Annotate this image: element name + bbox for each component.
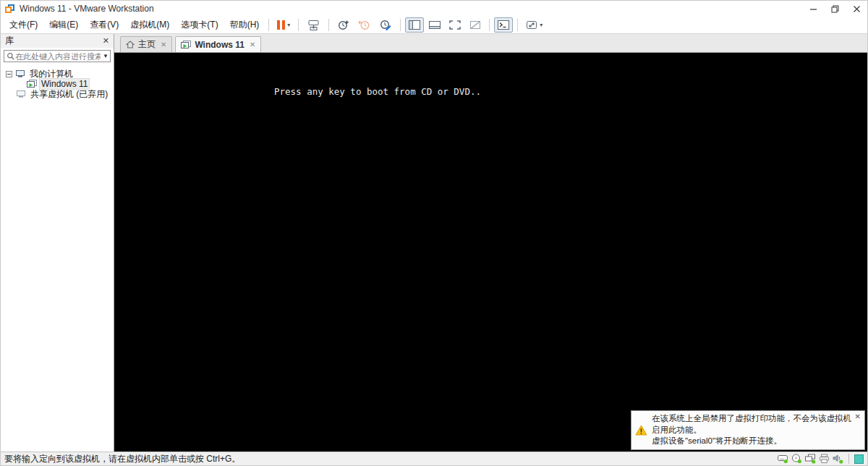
- notification-close-icon[interactable]: ✕: [855, 412, 861, 420]
- vmware-logo-icon: [4, 4, 15, 14]
- suspend-power-button[interactable]: ▾: [273, 17, 294, 33]
- unity-mode-button: [466, 17, 485, 33]
- minimize-button[interactable]: [802, 1, 824, 17]
- toolbar-separator: [517, 19, 518, 31]
- window-title: Windows 11 - VMware Workstation: [20, 4, 154, 14]
- tab-close-icon[interactable]: ✕: [250, 41, 255, 48]
- cd-drive-icon[interactable]: [791, 454, 802, 464]
- suspend-power-icon: [277, 20, 285, 30]
- status-bar: 要将输入定向到该虚拟机，请在虚拟机内部单击或按 Ctrl+G。: [1, 452, 867, 465]
- tab-windows11-label: Windows 11: [195, 40, 244, 50]
- fullscreen-view-icon: [449, 20, 461, 30]
- console-view-button[interactable]: [494, 17, 513, 33]
- tree-label-my-computer: 我的计算机: [28, 68, 75, 80]
- stretch-guest-icon: [526, 20, 537, 30]
- tree-collapse-icon[interactable]: [6, 71, 12, 77]
- search-dropdown-icon[interactable]: ▼: [103, 53, 109, 59]
- tab-windows11[interactable]: Windows 11 ✕: [175, 36, 261, 52]
- message-indicator-icon[interactable]: [854, 454, 864, 464]
- snapshot-take-button[interactable]: [333, 17, 353, 33]
- warning-icon: [635, 425, 647, 436]
- menu-help[interactable]: 帮助(H): [224, 17, 265, 33]
- tree-label-shared-vms: 共享虚拟机 (已弃用): [29, 88, 109, 101]
- thumbnail-bar-button[interactable]: [425, 17, 444, 33]
- title-bar: Windows 11 - VMware Workstation: [1, 1, 867, 17]
- boot-message: Press any key to boot from CD or DVD..: [274, 86, 481, 97]
- menu-view[interactable]: 查看(V): [84, 17, 124, 33]
- vmware-workstation-window: Windows 11 - VMware Workstation 文件(F) 编辑…: [0, 0, 868, 466]
- unity-mode-icon: [469, 20, 481, 30]
- vm-tree: 我的计算机 Windows 11 共享虚拟机 (已弃用): [1, 64, 114, 99]
- content-area: 主页 ✕ Windows 11 ✕ Press any key to boot …: [114, 34, 867, 452]
- menu-file[interactable]: 文件(F): [4, 17, 43, 33]
- toolbar-separator: [298, 19, 299, 31]
- printer-icon[interactable]: [819, 454, 830, 464]
- ctrl-alt-del-button[interactable]: [303, 17, 324, 34]
- library-sidebar: 库 ✕ ▼: [1, 34, 114, 452]
- notification-bar: 在该系统上全局禁用了虚拟打印功能，不会为该虚拟机启用此功能。 虚拟设备"seri…: [631, 410, 865, 450]
- vm-running-icon: [181, 41, 191, 49]
- tab-home[interactable]: 主页 ✕: [120, 36, 172, 52]
- library-close-icon[interactable]: ✕: [103, 37, 109, 45]
- main-area: 库 ✕ ▼: [1, 34, 867, 452]
- computer-icon: [15, 69, 25, 78]
- library-title: 库: [5, 35, 14, 47]
- toolbar-separator: [268, 19, 269, 31]
- chevron-down-icon: ▾: [287, 22, 290, 28]
- status-message: 要将输入定向到该虚拟机，请在虚拟机内部单击或按 Ctrl+G。: [4, 453, 240, 465]
- tab-bar: 主页 ✕ Windows 11 ✕: [114, 34, 867, 53]
- library-search-box[interactable]: ▼: [4, 50, 111, 62]
- tab-close-icon[interactable]: ✕: [161, 41, 166, 48]
- snapshot-manager-button[interactable]: [375, 17, 396, 33]
- maximize-button[interactable]: [824, 1, 846, 17]
- shared-vm-icon: [16, 90, 26, 98]
- menu-edit[interactable]: 编辑(E): [43, 17, 84, 33]
- menu-toolbar: 文件(F) 编辑(E) 查看(V) 虚拟机(M) 选项卡(T) 帮助(H) ▾: [1, 17, 867, 34]
- tab-home-label: 主页: [138, 38, 156, 51]
- vm-running-icon: [27, 80, 37, 88]
- tree-item-shared-vms[interactable]: 共享虚拟机 (已弃用): [1, 89, 114, 99]
- device-status-icons: [778, 454, 864, 464]
- stretch-guest-button[interactable]: ▾: [522, 17, 546, 33]
- library-panel-button[interactable]: [405, 17, 424, 33]
- tree-item-my-computer[interactable]: 我的计算机: [1, 69, 114, 79]
- menu-tabs[interactable]: 选项卡(T): [175, 17, 224, 33]
- thumbnail-bar-icon: [429, 20, 441, 30]
- snapshot-revert-button[interactable]: [354, 17, 374, 33]
- vm-console-screen[interactable]: Press any key to boot from CD or DVD.. 在…: [114, 53, 867, 452]
- notification-text: 在该系统上全局禁用了虚拟打印功能，不会为该虚拟机启用此功能。 虚拟设备"seri…: [652, 413, 853, 447]
- statusbar-separator: [848, 454, 849, 464]
- hard-disk-icon[interactable]: [778, 454, 788, 464]
- toolbar-separator: [328, 19, 329, 31]
- console-view-icon: [498, 20, 509, 30]
- menu-vm[interactable]: 虚拟机(M): [124, 17, 175, 33]
- library-panel-icon: [409, 20, 420, 30]
- snapshot-take-icon: [337, 20, 349, 30]
- toolbar-separator: [400, 19, 401, 31]
- search-input[interactable]: [15, 52, 101, 61]
- network-adapter-icon[interactable]: [805, 454, 816, 464]
- library-header: 库 ✕: [1, 34, 114, 48]
- close-button[interactable]: [846, 1, 867, 17]
- search-icon: [7, 52, 15, 61]
- fullscreen-view-button[interactable]: [446, 17, 464, 33]
- toolbar-separator: [489, 19, 490, 31]
- snapshot-manager-icon: [379, 20, 392, 30]
- notification-line2: 虚拟设备"serial0"将开始断开连接。: [652, 436, 853, 447]
- home-icon: [126, 41, 135, 48]
- snapshot-revert-icon: [358, 20, 370, 30]
- sound-icon[interactable]: [833, 454, 843, 464]
- ctrl-alt-del-icon: [307, 20, 320, 31]
- chevron-down-icon: ▾: [540, 22, 542, 28]
- notification-line1: 在该系统上全局禁用了虚拟打印功能，不会为该虚拟机启用此功能。: [652, 413, 853, 436]
